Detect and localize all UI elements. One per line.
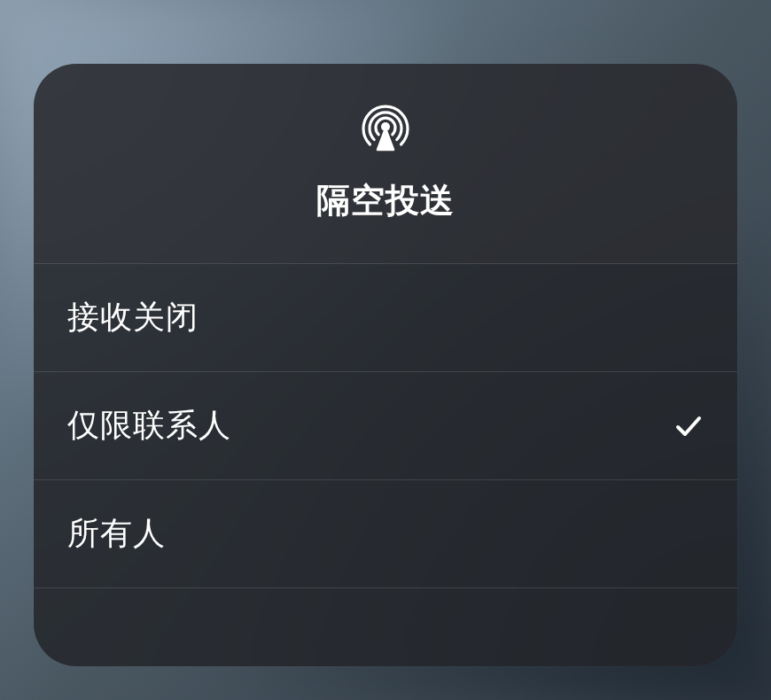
airdrop-panel: 隔空投送 接收关闭 仅限联系人 所有人: [34, 64, 737, 666]
checkmark-icon: [674, 411, 704, 441]
option-receiving-off[interactable]: 接收关闭: [34, 264, 737, 372]
option-label: 仅限联系人: [67, 404, 231, 447]
panel-title: 隔空投送: [316, 178, 455, 223]
option-label: 所有人: [67, 512, 166, 556]
option-everyone[interactable]: 所有人: [34, 480, 737, 588]
panel-header: 隔空投送: [34, 64, 737, 264]
option-contacts-only[interactable]: 仅限联系人: [34, 372, 737, 480]
option-label: 接收关闭: [67, 296, 199, 339]
panel-footer-space: [34, 588, 737, 666]
airdrop-icon: [361, 104, 410, 153]
